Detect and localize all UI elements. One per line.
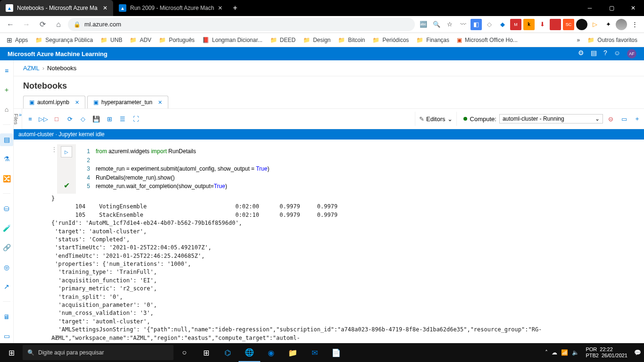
zoom-icon[interactable]: 🔍 [431,19,442,30]
help-icon[interactable]: ? [603,49,607,58]
browser-tab[interactable]: ▲ Run 2009 - Microsoft Azure Mach ✕ [113,0,228,16]
rail-new-icon[interactable]: ＋ [0,83,13,96]
tray-volume-icon[interactable]: 🔈 [572,349,579,356]
run-all-icon[interactable]: ▷▷ [38,114,49,124]
taskbar-mail-icon[interactable]: ✉ [304,343,325,362]
bookmark-folder[interactable]: 📁Segurança Pública [33,35,96,45]
taskbar-vscode-icon[interactable]: ⌬ [217,343,239,362]
taskbar-taskview-icon[interactable]: ⊞ [195,343,217,362]
close-tab-icon[interactable]: ✕ [75,99,79,106]
bookmark-folder[interactable]: 📁Finanças [413,35,452,45]
rail-pipelines-icon[interactable]: 🔗 [0,241,13,254]
window-minimize-button[interactable]: ─ [579,0,601,16]
taskbar-clock[interactable]: POR22:22 PTB226/01/2021 [583,346,630,359]
ext-icon[interactable]: SC [563,19,574,30]
bookmark-folder[interactable]: 📁UNB [98,35,125,45]
bookmark-folder[interactable]: 📁Design [300,35,333,45]
rail-experiments-icon[interactable]: 🧪 [0,222,13,235]
notebook-header-icon[interactable]: ▤ [591,49,597,58]
windows-search-input[interactable]: 🔍 Digite aqui para pesquisar [23,345,173,360]
profile-avatar[interactable] [616,19,627,30]
toc-icon[interactable]: ☰ [117,114,128,124]
apps-bookmark[interactable]: ⊞Apps [4,34,31,46]
tray-chevron-up-icon[interactable]: ˄ [545,349,548,356]
variables-icon[interactable]: ⊞ [104,114,115,124]
rail-designer-icon[interactable]: 🔀 [0,172,13,185]
tray-wifi-icon[interactable]: 📶 [561,349,568,356]
nav-back-button[interactable]: ← [4,18,17,31]
tab-close-icon[interactable]: ✕ [218,5,223,11]
ext-icon[interactable]: ▷ [589,19,601,30]
settings-gear-icon[interactable]: ⚙ [578,49,584,58]
ext-icon[interactable]: 〰 [457,19,469,30]
compute-details-icon[interactable]: ▭ [619,114,629,124]
add-compute-icon[interactable]: ＋ [632,114,643,124]
editors-dropdown[interactable]: ✎ Editors ⌄ [415,112,456,126]
run-cell-button[interactable]: ▷ [61,146,72,157]
bookmark-item[interactable]: 📕Longman Dicionar... [199,35,265,45]
bookmark-item[interactable]: ▣Microsoft Office Ho... [454,35,520,45]
rail-endpoints-icon[interactable]: ↗ [0,280,13,293]
extensions-icon[interactable]: ✦ [603,19,614,30]
ext-icon[interactable] [550,19,561,30]
ext-icon[interactable]: M [510,19,521,30]
bookmark-star-icon[interactable]: ☆ [444,19,455,30]
close-tab-icon[interactable]: ✕ [158,99,162,106]
file-tab[interactable]: ▣ hyperparameter_tun ✕ [87,96,168,108]
translate-icon[interactable]: 🔤 [418,19,429,30]
stop-compute-icon[interactable]: ⊝ [606,114,616,124]
tray-notifications-icon[interactable]: 💬 [634,349,641,356]
stop-icon[interactable]: □ [51,114,62,124]
restart-kernel-icon[interactable]: ⟳ [65,114,75,124]
new-tab-button[interactable]: + [228,4,242,12]
chrome-menu-button[interactable]: ⋮ [629,19,640,30]
window-close-button[interactable]: ✕ [622,0,644,16]
ext-icon[interactable]: k [523,19,535,30]
other-bookmarks[interactable]: 📁Outros favoritos [585,35,640,45]
breadcrumb-workspace[interactable]: AZML [23,65,40,72]
file-tab[interactable]: ▣ automl.ipynb ✕ [23,96,85,108]
nav-reload-button[interactable]: ⟳ [36,18,49,31]
ext-icon[interactable]: ⬇ [537,19,548,30]
bookmark-folder[interactable]: 📁Português [156,35,198,45]
rail-datastores-icon[interactable]: ▭ [0,330,13,343]
expand-icon[interactable]: ⛶ [131,114,141,124]
bookmark-folder[interactable]: 📁DEED [267,35,298,45]
taskbar-explorer-icon[interactable]: 📁 [282,343,304,362]
bookmark-folder[interactable]: 📁Bitcoin [335,35,368,45]
browser-tab[interactable]: ▲ Notebooks - Microsoft Azure Ma ✕ [0,0,113,16]
url-input[interactable]: 🔒 ml.azure.com [68,18,415,31]
clear-output-icon[interactable]: ◇ [78,114,88,124]
nav-home-button[interactable]: ⌂ [52,18,65,31]
ext-icon[interactable]: ◧ [471,19,482,30]
save-icon[interactable]: 💾 [91,114,101,124]
tab-close-icon[interactable]: ✕ [103,5,107,11]
tray-onedrive-icon[interactable]: ☁ [552,349,557,356]
taskbar-cortana-icon[interactable]: ○ [173,343,195,362]
user-avatar[interactable]: AF [627,49,636,58]
ext-icon[interactable] [576,19,587,30]
rail-models-icon[interactable]: ◎ [0,261,13,273]
toolbar-menu-icon[interactable]: ≡ [25,114,35,124]
taskbar-app-icon[interactable]: 📄 [325,343,347,362]
rail-automl-icon[interactable]: ⚗ [0,153,13,165]
cell-drag-handle[interactable]: ⋮⋮ [51,144,57,194]
window-maximize-button[interactable]: ▢ [601,0,622,16]
rail-compute-icon[interactable]: 🖥 [0,310,13,323]
files-panel-toggle[interactable]: »Files [14,109,22,129]
taskbar-chrome-icon[interactable]: 🌐 [239,343,260,362]
rail-hamburger-icon[interactable]: ≡ [0,64,13,77]
add-cell-button[interactable]: + [54,333,59,343]
ext-icon[interactable]: ◇ [484,19,495,30]
taskbar-edge-icon[interactable]: ◉ [260,343,282,362]
nav-forward-button[interactable]: → [20,18,33,31]
bookmark-folder[interactable]: 📁Periódicos [370,35,412,45]
code-cell[interactable]: 1from azureml.widgets import RunDetails … [76,144,644,194]
compute-selector[interactable]: automl-cluster - Running⌄ [499,114,603,123]
ext-icon[interactable]: ◆ [497,19,508,30]
rail-notebooks-icon[interactable]: ▤ [0,133,13,146]
rail-datasets-icon[interactable]: ⛁ [0,202,13,215]
feedback-smile-icon[interactable]: ☺ [614,49,620,58]
windows-start-button[interactable]: ⊞ [0,348,23,357]
bookmarks-overflow-button[interactable]: » [574,35,583,45]
